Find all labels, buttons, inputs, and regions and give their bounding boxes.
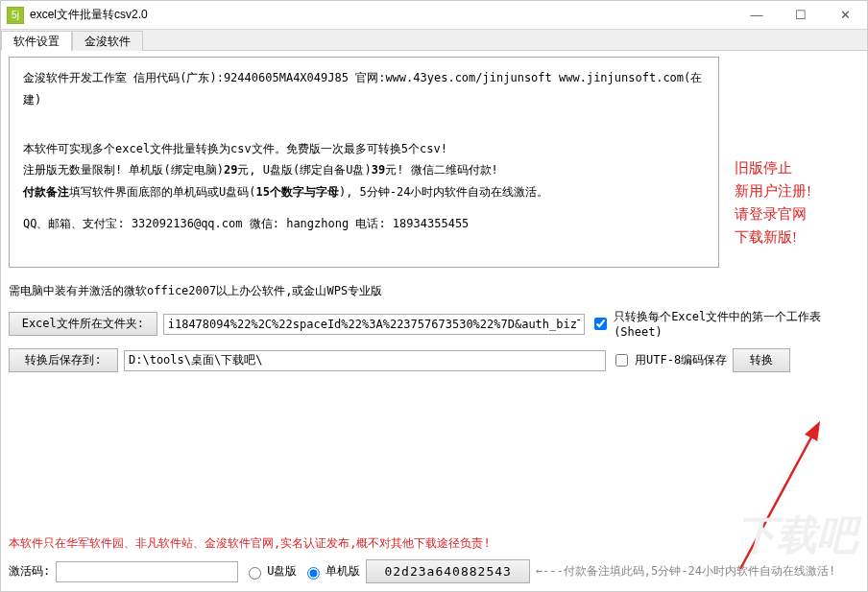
app-icon: 5j xyxy=(7,7,24,24)
info-topline: 金浚软件开发工作室 信用代码(广东):92440605MA4X049J85 官网… xyxy=(23,67,705,111)
choose-source-button[interactable]: Excel文件所在文件夹: xyxy=(9,312,157,336)
maximize-button[interactable]: ☐ xyxy=(779,1,823,29)
radio-local[interactable]: 单机版 xyxy=(302,563,360,580)
info-line1: 本软件可实现多个excel文件批量转换为csv文件。免费版一次最多可转换5个cs… xyxy=(23,138,705,160)
info-line2: 注册版无数量限制! 单机版(绑定电脑)29元, U盘版(绑定自备U盘)39元! … xyxy=(23,159,705,181)
window-title: excel文件批量转csv2.0 xyxy=(30,7,735,23)
first-sheet-checkbox[interactable]: 只转换每个Excel文件中的第一个工作表(Sheet) xyxy=(591,309,859,339)
row-source-folder: Excel文件所在文件夹: 只转换每个Excel文件中的第一个工作表(Sheet… xyxy=(9,309,859,339)
activation-label: 激活码: xyxy=(9,563,50,580)
dest-folder-input[interactable] xyxy=(124,350,606,371)
activation-code-input[interactable] xyxy=(56,561,238,582)
info-line3: 付款备注填写软件界面底部的单机码或U盘码(15个数字与字母), 5分钟-24小时… xyxy=(23,181,705,203)
radio-usb[interactable]: U盘版 xyxy=(244,563,297,580)
footer-warning: 本软件只在华军软件园、非凡软件站、金浚软件官网,实名认证发布,概不对其他下载途径… xyxy=(9,535,859,552)
radio-usb-input[interactable] xyxy=(249,567,261,580)
side-warning: 旧版停止 新用户注册! 请登录官网 下载新版! xyxy=(735,156,811,249)
choose-dest-button[interactable]: 转换后保存到: xyxy=(9,348,118,372)
requirements-text: 需电脑中装有并激活的微软office2007以上办公软件,或金山WPS专业版 xyxy=(9,283,859,299)
titlebar: 5j excel文件批量转csv2.0 — ☐ ✕ xyxy=(1,1,867,30)
radio-local-input[interactable] xyxy=(307,567,320,580)
tab-settings[interactable]: 软件设置 xyxy=(1,31,72,51)
content-area: 金浚软件开发工作室 信用代码(广东):92440605MA4X049J85 官网… xyxy=(1,51,867,378)
first-sheet-checkbox-input[interactable] xyxy=(594,318,607,330)
utf8-checkbox-label: 用UTF-8编码保存 xyxy=(635,352,727,368)
radio-local-label: 单机版 xyxy=(326,563,360,580)
utf8-checkbox[interactable]: 用UTF-8编码保存 xyxy=(612,351,727,369)
minimize-button[interactable]: — xyxy=(735,1,779,29)
tab-jinjun[interactable]: 金浚软件 xyxy=(72,31,143,51)
source-folder-input[interactable] xyxy=(163,314,585,335)
radio-usb-label: U盘版 xyxy=(267,563,297,580)
window-controls: — ☐ ✕ xyxy=(735,1,867,29)
tab-strip: 软件设置 金浚软件 xyxy=(1,30,867,51)
info-panel: 金浚软件开发工作室 信用代码(广东):92440605MA4X049J85 官网… xyxy=(9,57,719,268)
convert-button[interactable]: 转换 xyxy=(733,348,790,372)
utf8-checkbox-input[interactable] xyxy=(615,354,628,367)
footer-row: 激活码: U盘版 单机版 02d23a640882543 ←---付款备注填此码… xyxy=(9,559,859,583)
info-line4: QQ、邮箱、支付宝: 332092136@qq.com 微信: hangzhon… xyxy=(23,213,705,235)
row-dest-folder: 转换后保存到: 用UTF-8编码保存 转换 xyxy=(9,348,859,372)
close-button[interactable]: ✕ xyxy=(823,1,867,29)
footer-area: 本软件只在华军软件园、非凡软件站、金浚软件官网,实名认证发布,概不对其他下载途径… xyxy=(9,535,859,583)
footer-hint: ←---付款备注填此码,5分钟-24小时内软件自动在线激活! xyxy=(536,563,835,580)
first-sheet-checkbox-label: 只转换每个Excel文件中的第一个工作表(Sheet) xyxy=(614,309,859,339)
machine-code-box: 02d23a640882543 xyxy=(366,559,529,583)
